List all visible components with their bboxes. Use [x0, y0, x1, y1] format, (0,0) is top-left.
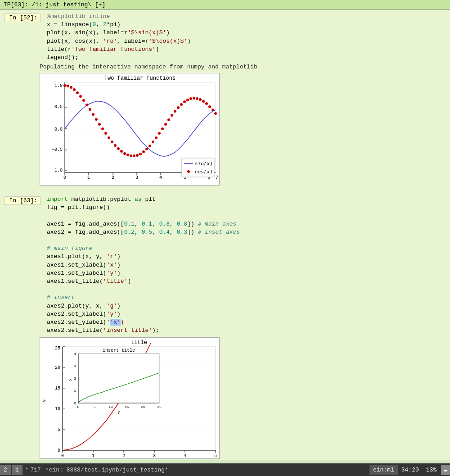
- svg-point-75: [196, 97, 198, 100]
- svg-text:3: 3: [135, 175, 138, 180]
- plot1-container: Two familiar functions 1.0 0.5 0.0: [40, 73, 448, 187]
- svg-point-67: [171, 114, 173, 117]
- svg-point-60: [148, 145, 151, 147]
- statusbar: 2 1 * 717 *ein: 8888/test.ipynb/just_tes…: [0, 463, 450, 476]
- svg-text:2: 2: [122, 453, 125, 458]
- svg-point-33: [63, 84, 66, 87]
- svg-text:25: 25: [157, 405, 162, 409]
- titlebar-text: IP[63]: /1: just_testing\ [+]: [4, 1, 105, 8]
- svg-point-45: [101, 127, 104, 130]
- svg-point-58: [142, 150, 145, 153]
- svg-text:0.5: 0.5: [54, 104, 63, 109]
- svg-point-52: [123, 152, 126, 155]
- svg-text:0: 0: [61, 453, 64, 458]
- svg-point-65: [164, 123, 167, 126]
- svg-point-80: [212, 109, 214, 111]
- svg-point-47: [108, 136, 110, 139]
- svg-point-81: [214, 112, 217, 115]
- svg-text:10: 10: [108, 405, 113, 409]
- inset-xlabel: y: [117, 410, 120, 414]
- svg-point-78: [205, 102, 208, 105]
- cell-52: In [52]: %matplotlib inline x = linspace…: [0, 10, 450, 193]
- code-line: axes2 = fig.add_axes([0.2, 0.5, 0.4, 0.3…: [47, 228, 448, 236]
- status-num: 1: [12, 465, 22, 475]
- code-line: legend();: [47, 54, 448, 62]
- code-line: title(r'Two familiar functions'): [47, 45, 448, 54]
- svg-point-46: [104, 132, 107, 135]
- code-line: [47, 212, 448, 220]
- status-position: 34:20: [398, 465, 423, 475]
- svg-text:4: 4: [184, 453, 186, 458]
- svg-text:25: 25: [55, 346, 60, 351]
- svg-point-36: [73, 88, 76, 91]
- code-line: axes1.set_title('title'): [47, 277, 448, 286]
- svg-text:5: 5: [94, 405, 96, 409]
- svg-text:4: 4: [159, 175, 162, 180]
- svg-text:−0.5: −0.5: [52, 147, 63, 152]
- status-line-count: 717: [29, 465, 41, 475]
- svg-point-41: [89, 108, 91, 111]
- code-line: plot(x, cos(x), 'ro', label=r'$\cos(x)$'…: [47, 37, 448, 45]
- cell-52-output: Populating the interactive namespace fro…: [0, 63, 450, 71]
- status-percent: 13%: [423, 465, 440, 475]
- plot1-svg: Two familiar functions 1.0 0.5 0.0: [40, 73, 220, 186]
- svg-text:0.0: 0.0: [54, 127, 63, 132]
- cell-52-prompt: In [52]:: [4, 14, 40, 22]
- cell-63-input: In [63]: import matplotlib.pyplot as plt…: [0, 195, 450, 335]
- status-end-block: ▬: [441, 465, 450, 475]
- status-cell-mode: 2: [0, 465, 11, 475]
- svg-point-71: [183, 100, 186, 103]
- svg-text:15: 15: [125, 405, 129, 409]
- inset-axes: [78, 354, 159, 403]
- svg-text:1: 1: [87, 175, 90, 180]
- svg-text:5: 5: [58, 427, 60, 432]
- svg-point-39: [82, 99, 85, 102]
- plot2-container: title 0 5 10 15: [40, 337, 448, 460]
- svg-point-34: [67, 85, 69, 87]
- inset-title: insert title: [103, 348, 135, 353]
- svg-point-53: [126, 154, 129, 156]
- svg-point-42: [92, 113, 94, 116]
- svg-point-61: [152, 141, 154, 143]
- legend-cos-label: cos(x): [195, 169, 213, 175]
- code-line: axes1 = fig.add_axes([0.1, 0.1, 0.8, 0.8…: [47, 220, 448, 228]
- svg-text:1: 1: [92, 453, 94, 458]
- code-line: axes2.set_title('insert title');: [47, 326, 448, 335]
- svg-text:2: 2: [112, 175, 114, 180]
- plot1-title: Two familiar functions: [104, 75, 176, 82]
- svg-text:15: 15: [55, 386, 60, 391]
- legend-sin-label: sin(x): [195, 161, 213, 167]
- svg-point-72: [186, 99, 189, 101]
- svg-text:1: 1: [74, 389, 76, 393]
- svg-point-74: [193, 97, 195, 100]
- svg-point-57: [139, 153, 142, 155]
- svg-text:2: 2: [74, 376, 76, 381]
- cell-63: In [63]: import matplotlib.pyplot as plt…: [0, 193, 450, 460]
- svg-point-50: [117, 147, 120, 150]
- svg-point-35: [70, 86, 72, 89]
- svg-text:7: 7: [216, 175, 218, 180]
- inset-ylabel: x: [68, 379, 73, 381]
- svg-point-44: [98, 123, 101, 126]
- code-line: [47, 236, 448, 245]
- code-line: axes1.set_xlabel('x'): [47, 261, 448, 269]
- notebook: In [52]: %matplotlib inline x = linspace…: [0, 10, 450, 460]
- code-line: axes1.set_ylabel('y'): [47, 269, 448, 277]
- svg-point-69: [177, 106, 180, 109]
- svg-text:0: 0: [74, 401, 76, 405]
- svg-text:3: 3: [153, 453, 156, 458]
- titlebar: IP[63]: /1: just_testing\ [+]: [0, 0, 450, 10]
- svg-text:−1.0: −1.0: [52, 168, 63, 173]
- svg-point-77: [202, 100, 205, 103]
- svg-point-49: [114, 144, 117, 147]
- svg-text:10: 10: [55, 407, 60, 412]
- code-line: plot(x, sin(x), label=r'$\sin(x)$'): [47, 29, 448, 37]
- svg-point-66: [167, 118, 170, 121]
- status-mode: ein:ml: [369, 465, 398, 475]
- svg-point-43: [95, 118, 98, 121]
- svg-point-70: [180, 103, 183, 106]
- svg-point-68: [174, 110, 176, 113]
- svg-point-64: [161, 127, 164, 130]
- code-line: [47, 286, 448, 294]
- cell-52-code: %matplotlib inline x = linspace(0, 2*pi)…: [45, 12, 450, 63]
